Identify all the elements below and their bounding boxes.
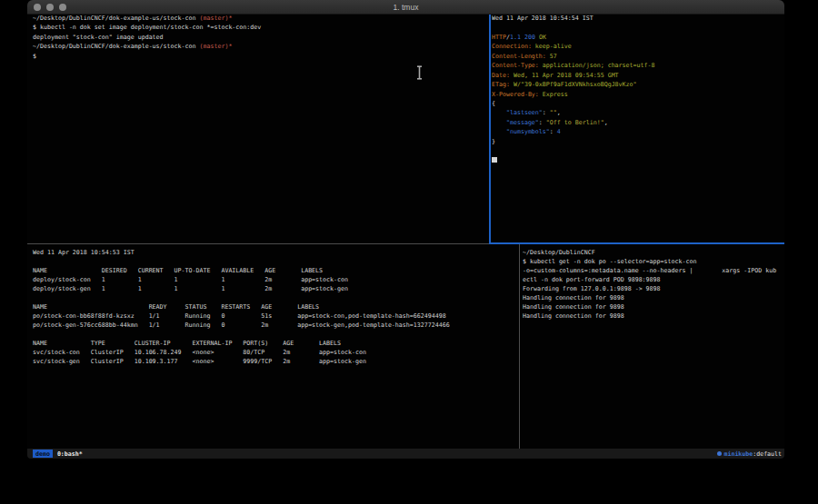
tmux-session-name[interactable]: demo [33, 450, 53, 458]
terminal-line: Wed 11 Apr 2018 10:54:53 IST [33, 248, 524, 257]
terminal-line: Content-Type: application/json; charset=… [492, 61, 784, 70]
terminal-line: Handling connection for 9898 [523, 311, 784, 321]
terminal-line: ~/Desktop/DublinCNCF/dok-example-us/stoc… [33, 14, 494, 23]
terminal-line: Wed 11 Apr 2018 10:54:54 IST [492, 14, 784, 23]
terminal-line: "lastseen": "", [492, 108, 784, 117]
terminal-line: NAME DESIRED CURRENT UP-TO-DATE AVAILABL… [33, 266, 524, 275]
tmux-window-tab[interactable]: 0:bash* [57, 450, 83, 458]
pane-border-horizontal-right[interactable] [489, 242, 784, 244]
pane-top-right-http-watch[interactable]: Wed 11 Apr 2018 10:54:54 ISTHTTP/1.1 200… [492, 14, 784, 243]
terminal-line: ETag: W/"39-0xBPf9aF1dXVNkhsxoBQgJ8vKzo" [492, 80, 784, 89]
terminal-line: po/stock-gen-576cc688bb-44kmn 1/1 Runnin… [33, 321, 524, 330]
tmux-status-right: minikube :default [717, 450, 782, 458]
terminal-line: Handling connection for 9898 [523, 302, 784, 311]
terminal-window: 1. tmux ~/Desktop/DublinCNCF/dok-example… [27, 0, 784, 459]
traffic-lights [34, 4, 66, 11]
terminal-line: Forwarding from 127.0.0.1:9898 -> 9898 [523, 284, 784, 293]
terminal-line: deploy/stock-con 1 1 1 1 2m app=stock-co… [33, 275, 524, 284]
terminal-line: Date: Wed, 11 Apr 2018 09:54:55 GMT [492, 71, 784, 80]
terminal-line: "numsymbols": 4 [492, 127, 784, 136]
terminal-line: po/stock-con-bb68f88fd-kzsxz 1/1 Running… [33, 311, 524, 321]
terminal-line: -o=custom-columns=:metadata.name --no-he… [523, 266, 784, 275]
terminal-line: Handling connection for 9898 [523, 293, 784, 302]
pane-top-left-shell[interactable]: ~/Desktop/DublinCNCF/dok-example-us/stoc… [27, 14, 494, 243]
terminal-line [33, 293, 524, 302]
terminal-line: } [492, 137, 784, 146]
kube-namespace-label: :default [753, 450, 782, 458]
terminal-line: HTTP/1.1 200 OK [492, 33, 784, 42]
terminal-line [33, 330, 524, 339]
tmux-status-bar: demo 0:bash* minikube :default [27, 449, 784, 459]
pane-border-vertical-top[interactable] [489, 15, 491, 243]
terminal-line: NAME TYPE CLUSTER-IP EXTERNAL-IP PORT(S)… [33, 339, 524, 348]
terminal-line: ectl -n dok port-forward POD 9898:9898 [523, 275, 784, 284]
pane-bottom-left-kubectl-watch[interactable]: Wed 11 Apr 2018 10:54:53 ISTNAME DESIRED… [27, 244, 524, 452]
close-button[interactable] [34, 4, 41, 11]
terminal-cursor [492, 157, 497, 163]
terminal-line: $ [33, 52, 494, 61]
minimize-button[interactable] [46, 4, 54, 11]
terminal-line [492, 23, 784, 32]
terminal-line: svc/stock-gen ClusterIP 10.109.3.177 <no… [33, 357, 524, 366]
ibeam-mouse-cursor-icon [415, 65, 424, 84]
kube-context-label: minikube [723, 450, 753, 458]
terminal-line: ~/Desktop/DublinCNCF/dok-example-us/stoc… [33, 42, 494, 51]
terminal-line: deploy/stock-gen 1 1 1 1 2m app=stock-ge… [33, 284, 524, 293]
terminal-line: Content-Length: 57 [492, 52, 784, 61]
terminal-line: svc/stock-con ClusterIP 10.106.78.249 <n… [33, 348, 524, 357]
kubernetes-helm-icon [717, 451, 722, 456]
terminal-line: Connection: keep-alive [492, 42, 784, 51]
pane-border-vertical-bottom[interactable] [519, 244, 520, 449]
window-title: 1. tmux [27, 0, 784, 15]
terminal-line [33, 257, 524, 266]
terminal-line: { [492, 99, 784, 108]
zoom-button[interactable] [59, 4, 66, 11]
pane-border-horizontal-left[interactable] [27, 243, 489, 244]
terminal-line: NAME READY STATUS RESTARTS AGE LABELS [33, 302, 524, 311]
terminal-line: "message": "Off to Berlin!", [492, 118, 784, 127]
pane-bottom-right-port-forward[interactable]: ~/Desktop/DublinCNCF$ kubectl get -n dok… [523, 244, 784, 452]
terminal-line: $ kubectl -n dok set image deployment/st… [33, 23, 494, 32]
terminal-line: $ kubectl get -n dok po --selector=app=s… [523, 257, 784, 266]
terminal-line: deployment "stock-con" image updated [33, 33, 494, 42]
terminal-line: X-Powered-By: Express [492, 90, 784, 99]
window-titlebar[interactable]: 1. tmux [27, 0, 784, 15]
terminal-line: ~/Desktop/DublinCNCF [523, 248, 784, 257]
